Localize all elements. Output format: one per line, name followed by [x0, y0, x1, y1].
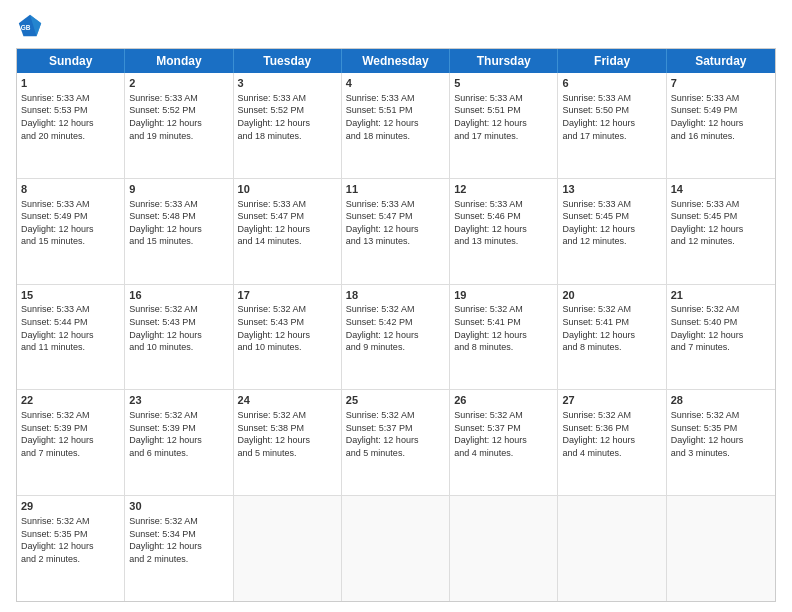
logo: GB: [16, 12, 48, 40]
calendar-cell-2: 2Sunrise: 5:33 AM Sunset: 5:52 PM Daylig…: [125, 73, 233, 178]
calendar-cell-30: 30Sunrise: 5:32 AM Sunset: 5:34 PM Dayli…: [125, 496, 233, 601]
day-number: 28: [671, 393, 771, 408]
day-info: Sunrise: 5:33 AM Sunset: 5:51 PM Dayligh…: [454, 92, 553, 142]
day-info: Sunrise: 5:32 AM Sunset: 5:39 PM Dayligh…: [21, 409, 120, 459]
day-info: Sunrise: 5:33 AM Sunset: 5:48 PM Dayligh…: [129, 198, 228, 248]
calendar-cell-25: 25Sunrise: 5:32 AM Sunset: 5:37 PM Dayli…: [342, 390, 450, 495]
calendar-cell-24: 24Sunrise: 5:32 AM Sunset: 5:38 PM Dayli…: [234, 390, 342, 495]
day-info: Sunrise: 5:33 AM Sunset: 5:47 PM Dayligh…: [346, 198, 445, 248]
day-info: Sunrise: 5:33 AM Sunset: 5:51 PM Dayligh…: [346, 92, 445, 142]
calendar-cell-1: 1Sunrise: 5:33 AM Sunset: 5:53 PM Daylig…: [17, 73, 125, 178]
day-info: Sunrise: 5:32 AM Sunset: 5:43 PM Dayligh…: [129, 303, 228, 353]
day-number: 4: [346, 76, 445, 91]
svg-text:GB: GB: [21, 24, 31, 31]
calendar-cell-11: 11Sunrise: 5:33 AM Sunset: 5:47 PM Dayli…: [342, 179, 450, 284]
calendar-cell-26: 26Sunrise: 5:32 AM Sunset: 5:37 PM Dayli…: [450, 390, 558, 495]
day-info: Sunrise: 5:33 AM Sunset: 5:49 PM Dayligh…: [671, 92, 771, 142]
day-info: Sunrise: 5:33 AM Sunset: 5:45 PM Dayligh…: [671, 198, 771, 248]
calendar-row-3: 15Sunrise: 5:33 AM Sunset: 5:44 PM Dayli…: [17, 285, 775, 391]
day-info: Sunrise: 5:32 AM Sunset: 5:40 PM Dayligh…: [671, 303, 771, 353]
day-info: Sunrise: 5:32 AM Sunset: 5:34 PM Dayligh…: [129, 515, 228, 565]
calendar-cell-15: 15Sunrise: 5:33 AM Sunset: 5:44 PM Dayli…: [17, 285, 125, 390]
day-number: 19: [454, 288, 553, 303]
header: GB: [16, 12, 776, 40]
day-info: Sunrise: 5:33 AM Sunset: 5:53 PM Dayligh…: [21, 92, 120, 142]
calendar-row-4: 22Sunrise: 5:32 AM Sunset: 5:39 PM Dayli…: [17, 390, 775, 496]
calendar-cell-27: 27Sunrise: 5:32 AM Sunset: 5:36 PM Dayli…: [558, 390, 666, 495]
day-info: Sunrise: 5:33 AM Sunset: 5:47 PM Dayligh…: [238, 198, 337, 248]
day-info: Sunrise: 5:33 AM Sunset: 5:44 PM Dayligh…: [21, 303, 120, 353]
calendar-cell-4: 4Sunrise: 5:33 AM Sunset: 5:51 PM Daylig…: [342, 73, 450, 178]
calendar-cell-empty: [342, 496, 450, 601]
calendar-cell-20: 20Sunrise: 5:32 AM Sunset: 5:41 PM Dayli…: [558, 285, 666, 390]
calendar-cell-13: 13Sunrise: 5:33 AM Sunset: 5:45 PM Dayli…: [558, 179, 666, 284]
day-info: Sunrise: 5:32 AM Sunset: 5:39 PM Dayligh…: [129, 409, 228, 459]
calendar-cell-18: 18Sunrise: 5:32 AM Sunset: 5:42 PM Dayli…: [342, 285, 450, 390]
calendar-header: SundayMondayTuesdayWednesdayThursdayFrid…: [17, 49, 775, 73]
calendar-cell-empty: [234, 496, 342, 601]
header-day-saturday: Saturday: [667, 49, 775, 73]
day-info: Sunrise: 5:33 AM Sunset: 5:52 PM Dayligh…: [238, 92, 337, 142]
day-number: 9: [129, 182, 228, 197]
day-number: 2: [129, 76, 228, 91]
header-day-monday: Monday: [125, 49, 233, 73]
calendar-cell-12: 12Sunrise: 5:33 AM Sunset: 5:46 PM Dayli…: [450, 179, 558, 284]
day-info: Sunrise: 5:33 AM Sunset: 5:45 PM Dayligh…: [562, 198, 661, 248]
day-number: 13: [562, 182, 661, 197]
day-number: 16: [129, 288, 228, 303]
day-number: 3: [238, 76, 337, 91]
calendar-cell-17: 17Sunrise: 5:32 AM Sunset: 5:43 PM Dayli…: [234, 285, 342, 390]
calendar-cell-21: 21Sunrise: 5:32 AM Sunset: 5:40 PM Dayli…: [667, 285, 775, 390]
header-day-thursday: Thursday: [450, 49, 558, 73]
day-number: 6: [562, 76, 661, 91]
calendar-cell-28: 28Sunrise: 5:32 AM Sunset: 5:35 PM Dayli…: [667, 390, 775, 495]
calendar-cell-9: 9Sunrise: 5:33 AM Sunset: 5:48 PM Daylig…: [125, 179, 233, 284]
day-number: 5: [454, 76, 553, 91]
calendar-row-5: 29Sunrise: 5:32 AM Sunset: 5:35 PM Dayli…: [17, 496, 775, 601]
day-number: 12: [454, 182, 553, 197]
logo-icon: GB: [16, 12, 44, 40]
calendar-cell-14: 14Sunrise: 5:33 AM Sunset: 5:45 PM Dayli…: [667, 179, 775, 284]
day-number: 24: [238, 393, 337, 408]
day-number: 27: [562, 393, 661, 408]
calendar-row-2: 8Sunrise: 5:33 AM Sunset: 5:49 PM Daylig…: [17, 179, 775, 285]
calendar-cell-empty: [667, 496, 775, 601]
calendar-body: 1Sunrise: 5:33 AM Sunset: 5:53 PM Daylig…: [17, 73, 775, 601]
day-info: Sunrise: 5:33 AM Sunset: 5:52 PM Dayligh…: [129, 92, 228, 142]
calendar-cell-empty: [558, 496, 666, 601]
day-number: 8: [21, 182, 120, 197]
header-day-wednesday: Wednesday: [342, 49, 450, 73]
day-info: Sunrise: 5:32 AM Sunset: 5:41 PM Dayligh…: [454, 303, 553, 353]
calendar-cell-8: 8Sunrise: 5:33 AM Sunset: 5:49 PM Daylig…: [17, 179, 125, 284]
header-day-tuesday: Tuesday: [234, 49, 342, 73]
day-info: Sunrise: 5:32 AM Sunset: 5:41 PM Dayligh…: [562, 303, 661, 353]
day-info: Sunrise: 5:32 AM Sunset: 5:37 PM Dayligh…: [454, 409, 553, 459]
day-info: Sunrise: 5:32 AM Sunset: 5:43 PM Dayligh…: [238, 303, 337, 353]
calendar-cell-23: 23Sunrise: 5:32 AM Sunset: 5:39 PM Dayli…: [125, 390, 233, 495]
page: GB SundayMondayTuesdayWednesdayThursdayF…: [0, 0, 792, 612]
day-info: Sunrise: 5:32 AM Sunset: 5:42 PM Dayligh…: [346, 303, 445, 353]
calendar-cell-16: 16Sunrise: 5:32 AM Sunset: 5:43 PM Dayli…: [125, 285, 233, 390]
day-number: 18: [346, 288, 445, 303]
day-number: 26: [454, 393, 553, 408]
calendar-cell-29: 29Sunrise: 5:32 AM Sunset: 5:35 PM Dayli…: [17, 496, 125, 601]
day-number: 21: [671, 288, 771, 303]
day-number: 22: [21, 393, 120, 408]
day-number: 15: [21, 288, 120, 303]
day-info: Sunrise: 5:32 AM Sunset: 5:38 PM Dayligh…: [238, 409, 337, 459]
day-info: Sunrise: 5:33 AM Sunset: 5:49 PM Dayligh…: [21, 198, 120, 248]
day-number: 20: [562, 288, 661, 303]
day-number: 14: [671, 182, 771, 197]
calendar-cell-7: 7Sunrise: 5:33 AM Sunset: 5:49 PM Daylig…: [667, 73, 775, 178]
calendar-row-1: 1Sunrise: 5:33 AM Sunset: 5:53 PM Daylig…: [17, 73, 775, 179]
header-day-friday: Friday: [558, 49, 666, 73]
calendar-cell-3: 3Sunrise: 5:33 AM Sunset: 5:52 PM Daylig…: [234, 73, 342, 178]
day-number: 29: [21, 499, 120, 514]
day-number: 10: [238, 182, 337, 197]
calendar-cell-19: 19Sunrise: 5:32 AM Sunset: 5:41 PM Dayli…: [450, 285, 558, 390]
calendar-cell-5: 5Sunrise: 5:33 AM Sunset: 5:51 PM Daylig…: [450, 73, 558, 178]
calendar: SundayMondayTuesdayWednesdayThursdayFrid…: [16, 48, 776, 602]
day-number: 30: [129, 499, 228, 514]
day-number: 25: [346, 393, 445, 408]
day-number: 11: [346, 182, 445, 197]
